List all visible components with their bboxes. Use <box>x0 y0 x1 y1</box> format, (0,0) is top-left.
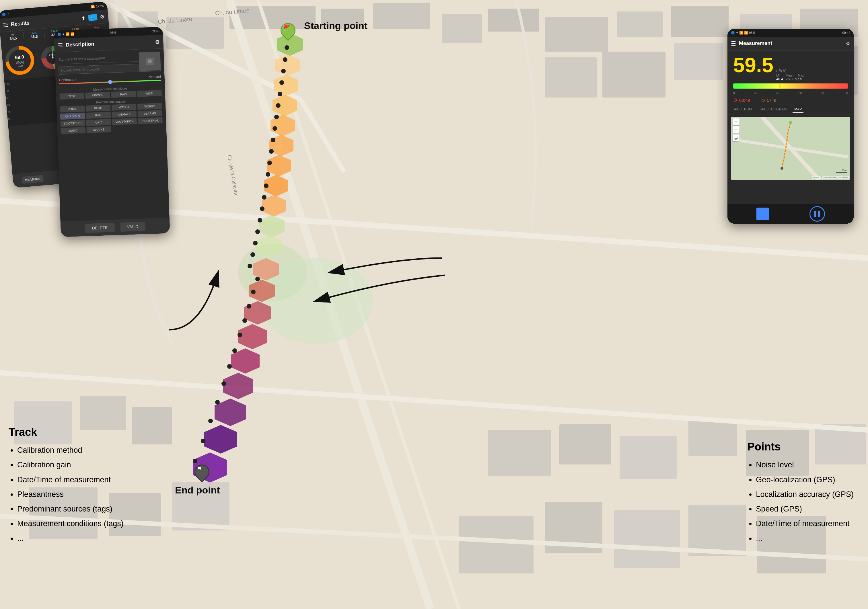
tag-footsteps[interactable]: FOOTSTEPS <box>60 120 85 127</box>
meas-min-label: Min <box>776 74 781 77</box>
dot-11 <box>267 161 272 165</box>
level-scale <box>733 83 848 89</box>
tag-indoor[interactable]: INDOOR <box>85 92 110 99</box>
track-item-4: Pleasantness <box>17 487 124 502</box>
meas-title: Measurement <box>739 40 843 46</box>
svg-text:69.0: 69.0 <box>15 54 24 60</box>
desc-menu-icon[interactable]: ☰ <box>58 42 63 49</box>
meas-mean-label: Mean <box>786 74 794 77</box>
points-item-2: Geo-localization (GPS) <box>756 473 854 487</box>
dot-32 <box>193 459 197 463</box>
tag-marine[interactable]: MARINE <box>86 126 111 133</box>
timer-distance-row: ⏱ 00:49 ◇ 17 m <box>727 95 854 105</box>
tab-spectrogram[interactable]: SPECTROGRAM <box>758 106 788 113</box>
meas-value-row: 59.5 dB(A) Min Mean Max 46.4 75.3 97.5 <box>727 51 854 81</box>
dot-16 <box>257 218 262 223</box>
svg-rect-9 <box>373 3 430 29</box>
tag-children[interactable]: CHILDREN <box>60 113 85 119</box>
track-list: Calibration method Calibration gain Date… <box>9 443 124 546</box>
svg-rect-30 <box>688 419 737 456</box>
dot-12 <box>266 172 270 177</box>
track-annotation: Track Calibration method Calibration gai… <box>9 426 124 546</box>
tag-air-t[interactable]: AIR T. <box>86 119 111 126</box>
tag-rail[interactable]: RAIL <box>86 112 111 119</box>
meas-menu-icon[interactable]: ☰ <box>731 40 736 47</box>
mini-map-attribution: Leaflet | © OpenStreetMap contributors <box>812 176 849 179</box>
tab-spectrum[interactable]: SPECTRUM <box>731 106 753 113</box>
settings-icon[interactable]: ⚙ <box>100 13 105 20</box>
svg-rect-13 <box>617 11 663 37</box>
svg-text:RNE: RNE <box>17 65 23 68</box>
distance-display: ◇ 17 m <box>762 97 776 103</box>
zoom-in-button[interactable]: + <box>733 118 739 125</box>
empty-tag-2 <box>138 124 163 131</box>
twitter-icon[interactable]: 🐦 <box>88 14 98 21</box>
points-list: Noise level Geo-localization (GPS) Local… <box>747 458 854 546</box>
dot-24 <box>242 318 247 323</box>
points-item-5: Date/Time of measurement <box>756 516 854 531</box>
tag-music[interactable]: MUSIC <box>60 127 85 134</box>
tab-map[interactable]: MAP <box>792 106 803 113</box>
tag-road[interactable]: ROAD <box>86 105 111 111</box>
tag-test[interactable]: TEST <box>59 93 84 99</box>
stop-button[interactable] <box>756 207 769 220</box>
track-item-1: Calibration method <box>17 443 124 458</box>
pause-button[interactable] <box>809 206 825 222</box>
timer-value: 00:49 <box>739 98 750 103</box>
photo-thumbnail[interactable] <box>138 52 161 71</box>
meas-tab-row[interactable]: SPECTRUM SPECTROGRAM MAP <box>727 105 854 114</box>
svg-rect-10 <box>442 14 482 43</box>
mini-map[interactable]: + − ◎ 30 m Leaflet | © OpenStreetMap con… <box>731 117 850 180</box>
end-point-label: End point <box>175 485 220 496</box>
dot-7 <box>274 115 279 119</box>
svg-rect-21 <box>674 43 723 80</box>
dot-15 <box>260 206 265 211</box>
tag-wind[interactable]: WIND <box>137 90 162 97</box>
svg-rect-36 <box>459 516 533 573</box>
dot-8 <box>273 126 277 131</box>
recenter-button[interactable]: ◎ <box>733 134 739 141</box>
delete-button[interactable]: DELETE <box>85 223 115 233</box>
map-controls[interactable]: + − ◎ <box>733 118 739 141</box>
tag-voice[interactable]: VOICE <box>60 105 85 113</box>
tag-alarms[interactable]: ALARMS <box>138 110 163 117</box>
results-title: Results <box>11 16 79 28</box>
share-icon[interactable]: ⬆ <box>81 15 86 22</box>
tag-industrial[interactable]: INDUSTRIAL <box>138 117 163 124</box>
pleasant-label: Pleasant <box>147 74 161 79</box>
dot-18 <box>253 241 257 246</box>
meas-unit: dB(A) <box>776 68 804 73</box>
valid-button[interactable]: VALID <box>120 222 146 232</box>
tag-water[interactable]: WATER <box>112 104 136 111</box>
dot-13 <box>264 184 268 188</box>
dot-10 <box>269 149 274 154</box>
points-item-6: ... <box>756 531 854 546</box>
dot-3 <box>281 69 286 73</box>
desc-title: Description <box>66 39 153 48</box>
track-item-3: Date/Time of measurement <box>17 473 124 487</box>
dot-2 <box>283 57 287 62</box>
svg-rect-63 <box>148 59 151 60</box>
tag-vegetation[interactable]: VEGETATION <box>112 118 137 125</box>
timer-icon: ⏱ <box>733 98 738 103</box>
svg-rect-20 <box>602 52 665 97</box>
tag-animals[interactable]: ANIMALS <box>112 111 137 118</box>
meas-max-value: 97.5 <box>795 77 802 81</box>
desc-battery: 95% <box>110 31 116 34</box>
svg-rect-29 <box>620 436 677 479</box>
desc-settings-icon[interactable]: ⚙ <box>155 39 160 45</box>
meas-settings-icon[interactable]: ⚙ <box>846 40 850 47</box>
svg-point-68 <box>781 167 783 170</box>
tag-works[interactable]: WORKS <box>137 103 162 110</box>
scale-value: 30 m <box>842 169 847 172</box>
menu-icon[interactable]: ☰ <box>3 21 8 28</box>
dot-29 <box>215 400 220 405</box>
svg-rect-14 <box>671 6 728 37</box>
points-item-1: Noise level <box>756 458 854 472</box>
measure-button[interactable]: MEASURE <box>22 175 43 184</box>
tag-rain[interactable]: RAIN <box>111 91 136 98</box>
zoom-out-button[interactable]: − <box>733 126 739 133</box>
dot-9 <box>271 138 275 142</box>
track-item-5: Predominant sources (tags) <box>17 502 124 516</box>
track-item-7: ... <box>17 531 124 546</box>
